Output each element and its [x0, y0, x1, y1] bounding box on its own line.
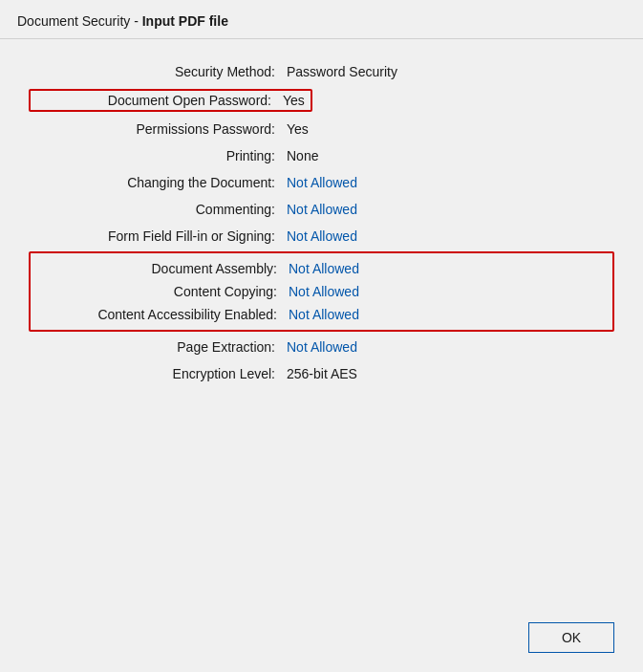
- dialog: Document Security - Input PDF file Secur…: [0, 0, 643, 672]
- label-content-accessibility: Content Accessibility Enabled:: [31, 307, 289, 322]
- title-bold: Input PDF file: [142, 13, 228, 29]
- value-document-assembly: Not Allowed: [289, 261, 359, 276]
- row-permissions-password: Permissions Password: Yes: [29, 116, 614, 142]
- label-permissions-password: Permissions Password:: [29, 121, 287, 137]
- highlighted-open-password: Document Open Password: Yes: [29, 89, 312, 112]
- label-printing: Printing:: [29, 148, 287, 163]
- row-changing-document: Changing the Document: Not Allowed: [29, 169, 614, 196]
- row-form-field: Form Field Fill-in or Signing: Not Allow…: [29, 223, 614, 249]
- row-page-extraction: Page Extraction: Not Allowed: [29, 334, 614, 360]
- value-content-copying: Not Allowed: [289, 284, 359, 299]
- label-changing-document: Changing the Document:: [29, 175, 287, 190]
- value-page-extraction: Not Allowed: [287, 339, 357, 355]
- value-content-accessibility: Not Allowed: [289, 307, 359, 322]
- value-encryption-level: 256-bit AES: [287, 366, 357, 381]
- row-document-open-password: Document Open Password: Yes: [29, 85, 614, 116]
- label-form-field: Form Field Fill-in or Signing:: [29, 228, 287, 244]
- value-permissions-password: Yes: [287, 121, 309, 137]
- value-changing-document: Not Allowed: [287, 175, 357, 190]
- label-document-open-password: Document Open Password:: [31, 93, 283, 108]
- value-commenting: Not Allowed: [287, 202, 357, 217]
- row-content-copying: Content Copying: Not Allowed: [31, 280, 612, 303]
- row-security-method: Security Method: Password Security: [29, 58, 614, 85]
- row-encryption-level: Encryption Level: 256-bit AES: [29, 360, 614, 387]
- ok-button[interactable]: OK: [528, 622, 614, 653]
- title-bar: Document Security - Input PDF file: [0, 0, 643, 39]
- row-document-assembly: Document Assembly: Not Allowed: [31, 257, 612, 280]
- label-document-assembly: Document Assembly:: [31, 261, 289, 276]
- highlighted-group: Document Assembly: Not Allowed Content C…: [29, 251, 614, 332]
- label-page-extraction: Page Extraction:: [29, 339, 287, 355]
- title-prefix: Document Security -: [17, 13, 142, 29]
- row-printing: Printing: None: [29, 142, 614, 169]
- value-form-field: Not Allowed: [287, 228, 357, 244]
- value-document-open-password: Yes: [283, 93, 305, 108]
- label-security-method: Security Method:: [29, 64, 287, 79]
- label-encryption-level: Encryption Level:: [29, 366, 287, 381]
- value-security-method: Password Security: [287, 64, 397, 79]
- label-content-copying: Content Copying:: [31, 284, 289, 299]
- title-text: Document Security - Input PDF file: [17, 13, 228, 29]
- footer: OK: [0, 613, 643, 672]
- label-commenting: Commenting:: [29, 202, 287, 217]
- content-area: Security Method: Password Security Docum…: [0, 39, 643, 613]
- row-commenting: Commenting: Not Allowed: [29, 196, 614, 223]
- row-content-accessibility: Content Accessibility Enabled: Not Allow…: [31, 303, 612, 326]
- value-printing: None: [287, 148, 318, 163]
